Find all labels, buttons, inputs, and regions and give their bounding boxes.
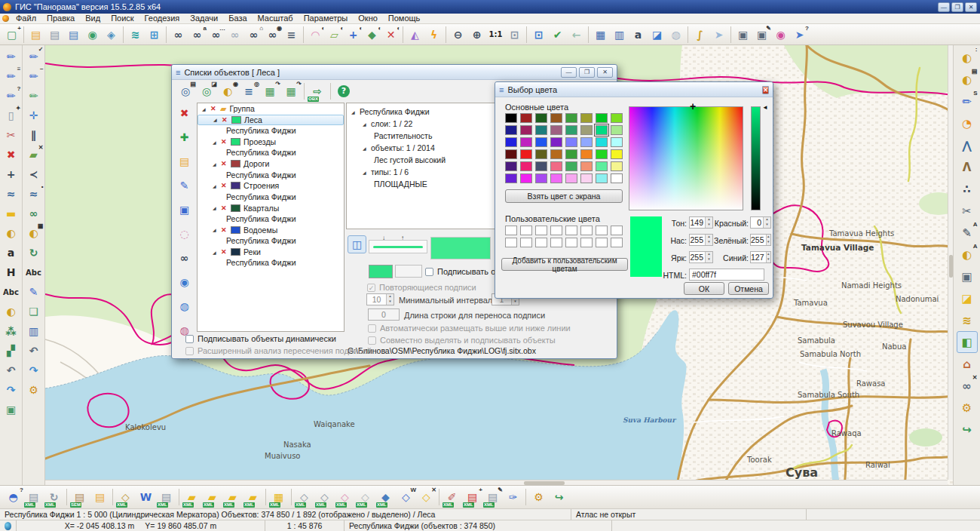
object-lists-titlebar[interactable]: ≡ Списки объектов [ Леса ] — ❐ ✕ <box>172 65 617 80</box>
menu-item-4[interactable]: Геодезия <box>139 14 185 23</box>
selected-object-info-tree[interactable]: ◢Республика Фиджи◢слои: 1 / 22Растительн… <box>346 103 511 229</box>
label-abc-2-icon[interactable]: Abc <box>24 262 44 282</box>
divider-compass-icon[interactable]: Λ <box>957 156 978 178</box>
remove-item-icon[interactable]: ✕ <box>221 226 228 234</box>
ktt-export-icon[interactable]: ◇XML <box>115 487 136 507</box>
custom-color-swatch-8[interactable] <box>505 238 517 247</box>
rotate-object-icon[interactable]: ↻ <box>24 243 44 262</box>
protractor-icon[interactable]: ◔ <box>957 112 978 134</box>
pick-screen-color-button[interactable]: Взять цвет с экрана <box>505 189 623 203</box>
basic-color-swatch-21[interactable] <box>580 137 593 147</box>
list-parameters-icon[interactable]: ≡◎ <box>238 81 259 101</box>
add-list-icon[interactable]: ✚ <box>175 128 194 146</box>
help-semantics-icon[interactable]: ◓? <box>3 487 23 507</box>
export-xml-icon[interactable]: ▤XML <box>23 487 44 507</box>
window-maximize-button[interactable]: ❐ <box>951 2 963 12</box>
label-color-swatch[interactable] <box>369 265 393 278</box>
brightness-bar[interactable] <box>751 106 761 210</box>
expander-icon[interactable]: ◢ <box>213 205 218 210</box>
map-passport-icon[interactable]: ⌂ <box>957 353 978 375</box>
basic-color-swatch-36[interactable] <box>565 161 577 171</box>
menu-item-10[interactable]: Помощь <box>383 14 426 23</box>
zoom-frame-icon[interactable]: ⊡ <box>505 26 524 44</box>
tree-item-Дороги[interactable]: ◢✕Дороги <box>198 158 344 170</box>
min-interval-spinner[interactable]: 10 ▲▼ <box>366 293 394 305</box>
xml-edit-icon[interactable]: ▤✎XML <box>482 487 503 507</box>
basic-color-swatch-39[interactable] <box>611 161 623 171</box>
color-dialog-close-button[interactable]: ✕ <box>762 86 769 94</box>
glue-lines-icon[interactable]: ✑ <box>503 487 523 507</box>
select-objects-icon[interactable]: ◆◐ <box>363 26 381 44</box>
semantics-copy-icon[interactable]: a <box>629 26 648 44</box>
joint-select-checkbox[interactable]: Совместно выделять и подписывать объекты <box>368 336 556 345</box>
open-map-icon[interactable]: ▤ <box>26 26 45 44</box>
shape-import-x-icon[interactable]: ◇✕ <box>416 487 436 507</box>
dialog-maximize-button[interactable]: ❐ <box>579 67 595 78</box>
area-export-3-icon[interactable]: ▰XML <box>222 487 243 507</box>
object-table-icon[interactable]: ▦ <box>591 26 610 44</box>
expander-icon[interactable]: ◢ <box>363 146 368 151</box>
shape-import-4-icon[interactable]: ◇XML <box>355 487 375 507</box>
add-custom-color-button[interactable]: Добавить к пользовательским цветам <box>501 258 628 271</box>
expander-icon[interactable]: ◢ <box>213 227 218 232</box>
wrap-length-spinner[interactable]: 0 <box>368 308 400 321</box>
info-tree-row[interactable]: ◢типы: 1 / 6 <box>347 166 510 178</box>
red-spinner[interactable]: 0▲▼ <box>750 216 771 229</box>
map-layers-icon[interactable]: ≋ <box>126 26 145 44</box>
highlight-objects-icon[interactable]: ◐ <box>2 223 21 243</box>
window-titlebar[interactable]: ГИС "Панорама" версия 15.5.2.85 x64 — ❐ … <box>0 0 980 14</box>
sem-transfer-icon[interactable]: ▤SEM <box>69 487 90 507</box>
apply-selection-icon[interactable]: ✔ <box>548 26 567 44</box>
basic-color-swatch-13[interactable] <box>580 125 593 135</box>
custom-color-swatch-2[interactable] <box>535 226 547 235</box>
scheme-tree-icon[interactable]: ⁂ <box>2 321 21 341</box>
expander-icon[interactable]: ◢ <box>213 140 218 145</box>
custom-color-swatch-6[interactable] <box>596 226 608 235</box>
expander-icon[interactable]: ◢ <box>213 250 218 255</box>
table-transfer-2-icon[interactable]: ▦↷ <box>280 81 302 101</box>
menu-item-8[interactable]: Параметры <box>299 14 354 23</box>
edit-spline-icon[interactable]: ✏~ <box>24 66 44 86</box>
expander-icon[interactable]: ◢ <box>363 170 368 175</box>
extended-analysis-checkbox[interactable]: Расширенный анализ пересечения подписей <box>185 346 372 355</box>
label-h-icon[interactable]: H <box>2 262 21 282</box>
repeat-labels-checkbox[interactable]: ✓Повторяющиеся подписи <box>367 283 476 292</box>
edit-query-icon[interactable]: ✏? <box>2 86 21 106</box>
info-tree-row[interactable]: Растительность <box>347 130 510 142</box>
tree-item-Кварталы[interactable]: ◢✕Кварталы <box>198 202 344 213</box>
basic-color-swatch-3[interactable] <box>550 113 562 123</box>
color-cross-marker[interactable]: + <box>690 100 696 112</box>
context-help-icon[interactable]: ➤? <box>790 26 809 44</box>
custom-color-swatch-4[interactable] <box>565 226 577 235</box>
map-export-icon[interactable]: ◪ <box>957 287 978 309</box>
basic-color-swatch-9[interactable] <box>520 125 532 135</box>
map-vertical-scrollbar[interactable] <box>948 45 953 480</box>
text-sign-icon[interactable]: ✎A <box>957 222 978 244</box>
remove-list-icon[interactable]: ✖ <box>175 104 194 122</box>
info-tree-row[interactable]: ◢Республика Фиджи <box>347 106 510 118</box>
step-back-icon[interactable]: ← <box>567 26 586 44</box>
color-picker-titlebar[interactable]: ≡ Выбор цвета ✕ <box>495 82 773 97</box>
menu-item-1[interactable]: Правка <box>41 14 80 23</box>
ruler-icon[interactable]: ▬ <box>2 204 21 223</box>
remove-item-icon[interactable]: ✕ <box>221 160 228 167</box>
edit-list-icon[interactable]: ✎ <box>175 176 194 195</box>
basic-color-swatch-18[interactable] <box>535 137 547 147</box>
roads-task-icon[interactable]: ≋ <box>957 309 978 331</box>
label-abc-icon[interactable]: Abc <box>2 282 21 302</box>
basic-color-swatch-22[interactable] <box>596 137 608 147</box>
dialog-help-icon[interactable]: ? <box>333 81 354 101</box>
flash-doc-icon[interactable]: ◐▤ <box>957 69 978 91</box>
export-folder-icon[interactable]: ▤ <box>90 487 110 507</box>
table-transfer-icon[interactable]: ▦↷ <box>259 81 280 101</box>
basic-color-swatch-17[interactable] <box>520 137 532 147</box>
select-reset-icon[interactable]: ✕◐ <box>381 26 400 44</box>
expander-icon[interactable]: ◢ <box>213 117 219 122</box>
basic-color-swatch-29[interactable] <box>580 149 593 159</box>
cut-object-icon[interactable]: ✂ <box>2 125 21 145</box>
find-object-icon[interactable]: ∞ <box>169 26 188 44</box>
custom-color-swatch-9[interactable] <box>520 238 532 247</box>
basic-color-swatch-41[interactable] <box>520 173 532 183</box>
remove-item-icon[interactable]: ✕ <box>222 116 228 124</box>
tree-item-Водоемы[interactable]: ◢✕Водоемы <box>198 225 344 236</box>
